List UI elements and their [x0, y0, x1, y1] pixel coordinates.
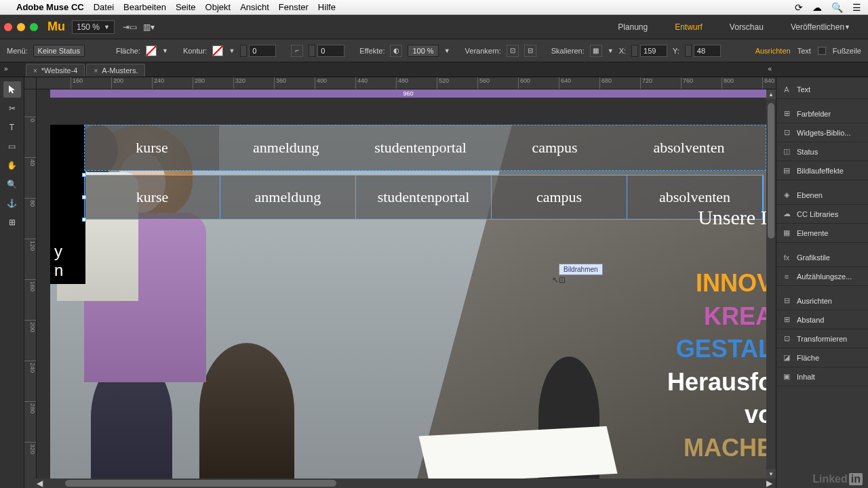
- stroke-spinner[interactable]: [240, 45, 247, 57]
- menu-status-select[interactable]: Keine Status: [33, 45, 85, 57]
- layout-view-icon[interactable]: ▥▾: [142, 20, 157, 35]
- panel-abstand[interactable]: ⊞Abstand: [776, 310, 868, 329]
- nav2-anmeldung[interactable]: anmeldung: [220, 176, 356, 219]
- nav2-campus[interactable]: campus: [492, 176, 627, 219]
- footer-checkbox[interactable]: [818, 47, 826, 55]
- anchor-icon[interactable]: ⊡: [507, 45, 519, 57]
- anchor-tool[interactable]: ⚓: [3, 195, 21, 211]
- scroll-thumb[interactable]: [65, 480, 336, 487]
- text-button[interactable]: Text: [797, 47, 811, 55]
- scroll-right-icon[interactable]: ▶: [766, 479, 776, 488]
- zoom-tool[interactable]: 🔍: [3, 176, 21, 192]
- nav1-kurse[interactable]: kurse: [85, 125, 219, 170]
- close-icon[interactable]: ×: [94, 67, 98, 75]
- chevron-down-icon[interactable]: ▼: [608, 47, 614, 54]
- y-input[interactable]: [694, 45, 721, 57]
- menu-fenster[interactable]: Fenster: [279, 2, 309, 12]
- close-window-button[interactable]: [4, 23, 12, 31]
- hand-tool[interactable]: ✋: [3, 157, 21, 174]
- panel-ausrichten[interactable]: ⊟Ausrichten: [776, 291, 868, 310]
- app-name[interactable]: Adobe Muse CC: [16, 2, 84, 12]
- nav2-kurse[interactable]: kurse: [85, 176, 220, 219]
- menu-objekt[interactable]: Objekt: [205, 2, 231, 12]
- align-link[interactable]: Ausrichten: [755, 47, 791, 55]
- headline-text[interactable]: Unsere L: [698, 206, 766, 229]
- nav-menu-2-selected[interactable]: kurse anmeldung studentenportal campus a…: [84, 175, 764, 220]
- stroke-swatch[interactable]: [212, 45, 223, 56]
- keyword-stack[interactable]: INNOV KREA GESTAL Herausfo vo MACHE: [667, 267, 766, 465]
- y-spinner[interactable]: [685, 45, 692, 57]
- resize-handle[interactable]: [82, 218, 86, 222]
- scale-icon[interactable]: ▦: [590, 45, 602, 57]
- corner-spinner[interactable]: [309, 45, 315, 57]
- resize-handle[interactable]: [82, 195, 86, 199]
- scroll-thumb[interactable]: [768, 103, 774, 239]
- panel-grafikstile[interactable]: fxGrafikstile: [776, 248, 868, 267]
- panel-cclibs[interactable]: ☁CC Libraries: [776, 205, 868, 224]
- panel-transform[interactable]: ⊡Transformieren: [776, 329, 868, 348]
- tab-entwurf[interactable]: Entwurf: [661, 15, 716, 39]
- close-icon[interactable]: ×: [33, 67, 37, 75]
- expand-left-icon[interactable]: »: [4, 65, 8, 73]
- corner-radius-icon[interactable]: ⌐: [291, 45, 303, 57]
- tab-veroeffentlichen[interactable]: Veröffentlichen ▼: [777, 15, 864, 39]
- spotlight-icon[interactable]: 🔍: [831, 2, 843, 13]
- panel-flaeche[interactable]: ◪Fläche: [776, 348, 868, 367]
- doc-tab-website4[interactable]: ×*Website-4: [26, 64, 85, 77]
- menu-seite[interactable]: Seite: [176, 2, 196, 12]
- cc-cloud-icon[interactable]: ☁: [812, 2, 822, 13]
- chevron-down-icon[interactable]: ▼: [444, 47, 450, 54]
- doc-tab-amusters[interactable]: ×A-Musters.: [86, 64, 145, 77]
- vertical-scrollbar[interactable]: ▲ ▼: [766, 89, 776, 479]
- frame-tool[interactable]: ⊞: [3, 214, 21, 230]
- panel-aufzaehlung[interactable]: ≡Aufzählungsze...: [776, 267, 868, 286]
- stroke-width-input[interactable]: [249, 45, 276, 57]
- left-dark-block[interactable]: y n: [50, 125, 85, 284]
- tab-planung[interactable]: Planung: [604, 15, 661, 39]
- panel-farbfelder[interactable]: ⊞Farbfelder: [776, 104, 868, 123]
- expand-right-icon[interactable]: «: [768, 65, 772, 73]
- menu-icon[interactable]: ☰: [852, 2, 861, 13]
- nav1-anmeldung[interactable]: anmeldung: [219, 125, 353, 170]
- menu-datei[interactable]: Datei: [94, 2, 114, 12]
- menu-ansicht[interactable]: Ansicht: [240, 2, 269, 12]
- minimize-window-button[interactable]: [17, 23, 25, 31]
- resize-handle[interactable]: [82, 173, 86, 177]
- menu-bearbeiten[interactable]: Bearbeiten: [123, 2, 166, 12]
- panel-bildlauf[interactable]: ▤Bildlaufeffekte: [776, 161, 868, 180]
- chevron-down-icon[interactable]: ▼: [229, 47, 235, 54]
- nav1-absolventen[interactable]: absolventen: [622, 125, 756, 170]
- effects-icon[interactable]: ◐: [390, 45, 402, 57]
- design-viewport[interactable]: 960 y n: [37, 89, 766, 479]
- nav-menu-1[interactable]: kurse anmeldung studentenportal campus a…: [84, 125, 766, 171]
- zoom-window-button[interactable]: [30, 23, 38, 31]
- cc-status-icon[interactable]: ⟳: [795, 2, 803, 13]
- panel-elemente[interactable]: ▦Elemente: [776, 224, 868, 243]
- panel-ebenen[interactable]: ◈Ebenen: [776, 186, 868, 205]
- x-input[interactable]: [640, 45, 667, 57]
- chevron-down-icon[interactable]: ▼: [162, 47, 168, 54]
- panel-text[interactable]: AText: [776, 80, 868, 99]
- panel-status[interactable]: ◫Status: [776, 142, 868, 161]
- nav2-studentenportal[interactable]: studentenportal: [356, 176, 492, 219]
- x-spinner[interactable]: [631, 45, 638, 57]
- text-tool[interactable]: T: [3, 119, 21, 136]
- scroll-down-icon[interactable]: ▼: [766, 469, 776, 479]
- nav1-studentenportal[interactable]: studentenportal: [353, 125, 488, 170]
- device-preview-icon[interactable]: ⇥▭: [123, 20, 138, 35]
- fill-swatch[interactable]: [146, 45, 157, 56]
- menu-hilfe[interactable]: Hilfe: [318, 2, 336, 12]
- anchor-link-icon[interactable]: ⊟: [524, 45, 536, 57]
- panel-widgets[interactable]: ⊡Widgets-Biblio...: [776, 123, 868, 142]
- rectangle-tool[interactable]: ▭: [3, 138, 21, 155]
- crop-tool[interactable]: ✂: [3, 100, 21, 117]
- zoom-level-select[interactable]: 150 % ▼: [72, 20, 115, 34]
- opacity-select[interactable]: 100 %: [408, 45, 438, 57]
- nav1-campus[interactable]: campus: [488, 125, 622, 170]
- scroll-left-icon[interactable]: ◀: [37, 479, 46, 488]
- panel-inhalt[interactable]: ▣Inhalt: [776, 367, 868, 386]
- horizontal-scrollbar[interactable]: ◀ ▶: [24, 479, 776, 488]
- selection-tool[interactable]: [3, 81, 21, 98]
- page-content[interactable]: y n kurse anmeldung studentenportal camp…: [50, 98, 766, 479]
- tab-vorschau[interactable]: Vorschau: [716, 15, 777, 39]
